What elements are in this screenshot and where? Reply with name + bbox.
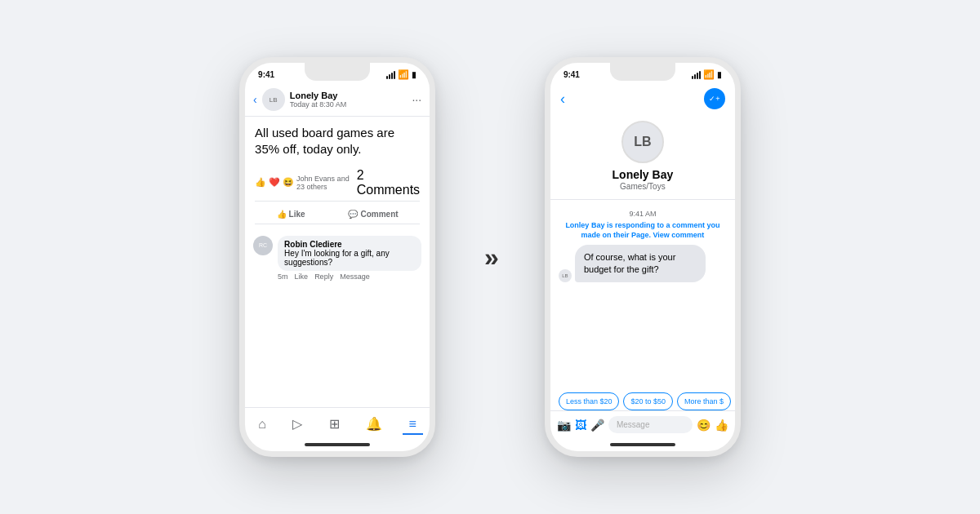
reactions-left: 👍 ❤️ 😆 John Evans and 23 others [255,175,357,191]
bell-icon: 🔔 [366,416,382,432]
fb-page-name: Lonely Bay [290,91,412,100]
signal-icon-2 [692,71,701,79]
home-bar-2 [610,443,675,446]
time-2: 9:41 [564,70,580,79]
fb-page-info: Lonely Bay Today at 8:30 AM [290,91,412,109]
msg-profile-section: LB Lonely Bay Games/Toys [550,113,735,196]
wifi-icon-2: 📶 [703,69,715,80]
quick-replies: Less than $20 $20 to $50 More than $ [550,392,735,410]
fb-more-button[interactable]: ··· [412,93,421,106]
msg-chat-area: 9:41 AM Lonley Bay is responding to a co… [550,203,735,392]
fb-header: ‹ LB Lonely Bay Today at 8:30 AM ··· [245,83,430,117]
msg-profile-sub: Games/Toys [620,182,666,191]
comment-message[interactable]: Message [340,273,370,281]
phone-messenger: 9:41 📶 ▮ ‹ ✓+ [545,57,741,457]
home-bar-1 [305,443,370,446]
msg-divider [550,199,735,200]
msg-time: 9:41 AM [559,210,727,218]
status-icons-1: 📶 ▮ [386,69,416,80]
status-bar-1: 9:41 📶 ▮ [245,63,430,83]
comment-label: Comment [360,210,398,219]
love-emoji: ❤️ [269,177,280,188]
quick-reply-2[interactable]: More than $ [677,392,731,410]
post-actions: 👍 Like 💬 Comment [255,205,420,224]
wifi-icon: 📶 [398,69,409,80]
video-icon: ▷ [292,416,302,432]
post-reactions: 👍 ❤️ 😆 John Evans and 23 others 2 Commen… [255,165,420,202]
status-bar-2: 9:41 📶 ▮ [550,63,735,83]
comment-icon: 💬 [348,210,358,219]
scene: 9:41 📶 ▮ ‹ LB Lonely Bay [239,57,741,457]
message-input[interactable]: Message [608,416,693,433]
post-text: All used board games are 35% off, today … [255,125,420,158]
comments-count: 2 Comments [357,168,420,197]
battery-icon-2: ▮ [717,70,722,79]
signal-icon [386,71,395,79]
comment-reply[interactable]: Reply [314,273,333,281]
checkmark-icon: ✓+ [709,95,719,103]
nav-marketplace[interactable]: ⊞ [323,414,346,435]
view-comment-link[interactable]: View comment [653,231,704,239]
status-icons-2: 📶 ▮ [692,69,722,80]
menu-icon: ≡ [409,417,416,432]
like-button[interactable]: 👍 Like [269,206,314,222]
msg-header: ‹ ✓+ [550,83,735,113]
post-area: All used board games are 35% off, today … [245,117,430,229]
nav-notifications[interactable]: 🔔 [359,414,389,435]
comment-meta: 5m Like Reply Message [278,273,421,281]
msg-input-row: 📷 🖼 🎤 Message 😊 👍 [550,410,735,438]
comment-text: Hey I'm looking for a gift, any suggesti… [284,249,415,267]
nav-menu[interactable]: ≡ [403,415,423,435]
messenger-action-button[interactable]: ✓+ [704,88,725,109]
home-indicator-2 [550,438,735,451]
msg-bubble: Of course, what is your budget for the g… [575,245,706,282]
profile-initials: LB [634,135,651,149]
quick-reply-1[interactable]: $20 to $50 [623,392,673,410]
comment-section: RC Robin Clediere Hey I'm looking for a … [245,229,430,287]
phone-facebook: 9:41 📶 ▮ ‹ LB Lonely Bay [239,57,435,457]
like-label: Like [289,210,305,219]
post-spacer [245,287,430,408]
marketplace-icon: ⊞ [329,416,340,432]
commenter-name: Robin Clediere [284,240,415,249]
like-emoji: 👍 [255,177,266,188]
arrow: » [484,242,496,273]
msg-context: Lonley Bay is responding to a comment yo… [565,221,720,240]
nav-video[interactable]: ▷ [286,414,309,435]
home-icon: ⌂ [258,417,266,432]
battery-icon: ▮ [412,70,416,79]
thumbs-up-icon[interactable]: 👍 [715,419,728,432]
haha-emoji: 😆 [283,177,294,188]
fb-page-avatar: LB [262,88,285,111]
nav-home[interactable]: ⌂ [252,415,273,435]
comment-time: 5m [278,273,288,281]
msg-sender-avatar: LB [559,269,572,282]
time-1: 9:41 [258,70,274,79]
image-icon[interactable]: 🖼 [575,419,586,432]
reactors-text: John Evans and 23 others [296,175,357,191]
comment-bubble: Robin Clediere Hey I'm looking for a gif… [278,236,421,271]
comment-row: RC Robin Clediere Hey I'm looking for a … [253,236,421,281]
mic-icon[interactable]: 🎤 [590,419,604,432]
fb-post-time: Today at 8:30 AM [290,100,412,109]
fb-back-button[interactable]: ‹ [253,93,257,106]
quick-reply-0[interactable]: Less than $20 [559,392,620,410]
comment-button[interactable]: 💬 Comment [340,206,406,222]
fb-nav: ⌂ ▷ ⊞ 🔔 ≡ [245,407,430,438]
msg-profile-name: Lonely Bay [612,168,674,181]
msg-bubble-row: LB Of course, what is your budget for th… [559,245,727,282]
msg-profile-avatar: LB [621,121,664,163]
camera-icon[interactable]: 📷 [557,419,571,432]
msg-back-button[interactable]: ‹ [560,91,565,108]
home-indicator-1 [245,438,430,451]
commenter-avatar: RC [253,236,273,255]
like-icon: 👍 [277,210,287,219]
comment-like[interactable]: Like [295,273,309,281]
emoji-icon[interactable]: 😊 [697,419,710,432]
